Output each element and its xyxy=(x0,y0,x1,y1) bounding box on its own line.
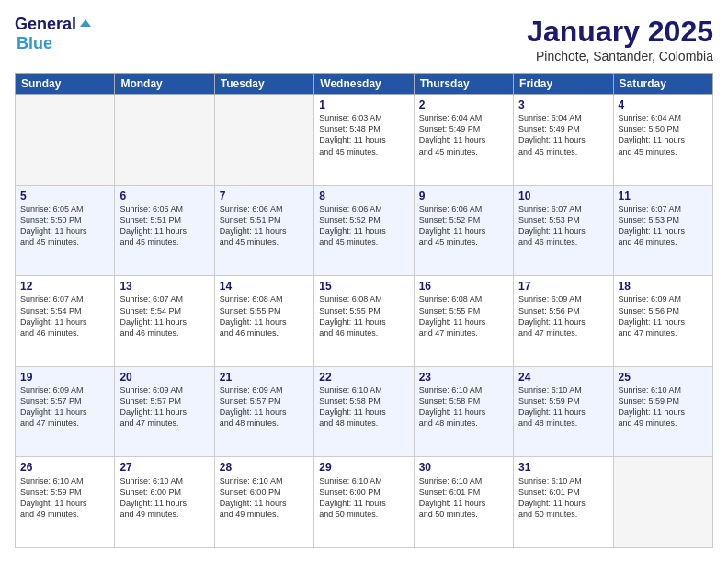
day-info: Sunrise: 6:10 AMSunset: 6:01 PMDaylight:… xyxy=(518,476,608,521)
day-info: Sunrise: 6:09 AMSunset: 5:56 PMDaylight:… xyxy=(518,293,608,339)
day-number: 13 xyxy=(119,279,209,293)
days-header-row: Sunday Monday Tuesday Wednesday Thursday… xyxy=(16,74,713,95)
day-cell: 18Sunrise: 6:09 AMSunset: 5:56 PMDayligh… xyxy=(613,276,712,367)
week-row-3: 12Sunrise: 6:07 AMSunset: 5:54 PMDayligh… xyxy=(16,276,713,367)
day-cell: 11Sunrise: 6:07 AMSunset: 5:53 PMDayligh… xyxy=(613,185,712,276)
day-number: 23 xyxy=(419,370,508,385)
day-cell: 5Sunrise: 6:05 AMSunset: 5:50 PMDaylight… xyxy=(16,185,115,276)
day-cell: 31Sunrise: 6:10 AMSunset: 6:01 PMDayligh… xyxy=(514,457,613,548)
day-info: Sunrise: 6:08 AMSunset: 5:55 PMDaylight:… xyxy=(319,293,408,339)
location: Pinchote, Santander, Colombia xyxy=(527,49,713,63)
week-row-4: 19Sunrise: 6:09 AMSunset: 5:57 PMDayligh… xyxy=(16,366,713,457)
header-saturday: Saturday xyxy=(613,74,712,95)
day-info: Sunrise: 6:09 AMSunset: 5:57 PMDaylight:… xyxy=(220,385,309,430)
day-cell: 3Sunrise: 6:04 AMSunset: 5:49 PMDaylight… xyxy=(514,95,613,186)
day-number: 24 xyxy=(518,370,608,385)
month-title: January 2025 xyxy=(527,15,713,49)
day-number: 25 xyxy=(619,370,708,385)
day-number: 11 xyxy=(619,189,708,203)
day-cell: 13Sunrise: 6:07 AMSunset: 5:54 PMDayligh… xyxy=(115,276,214,367)
day-cell: 15Sunrise: 6:08 AMSunset: 5:55 PMDayligh… xyxy=(314,276,414,367)
day-cell xyxy=(214,95,313,186)
day-cell: 2Sunrise: 6:04 AMSunset: 5:49 PMDaylight… xyxy=(414,95,513,186)
day-cell: 17Sunrise: 6:09 AMSunset: 5:56 PMDayligh… xyxy=(514,276,613,367)
day-info: Sunrise: 6:05 AMSunset: 5:51 PMDaylight:… xyxy=(119,203,209,248)
logo-general: General xyxy=(15,15,76,34)
day-info: Sunrise: 6:06 AMSunset: 5:52 PMDaylight:… xyxy=(419,203,508,248)
day-cell: 24Sunrise: 6:10 AMSunset: 5:59 PMDayligh… xyxy=(514,366,613,457)
day-number: 5 xyxy=(20,189,109,203)
day-cell: 6Sunrise: 6:05 AMSunset: 5:51 PMDaylight… xyxy=(115,185,214,276)
day-info: Sunrise: 6:10 AMSunset: 6:00 PMDaylight:… xyxy=(119,476,209,521)
day-number: 12 xyxy=(20,279,109,293)
day-number: 28 xyxy=(220,460,309,475)
day-cell xyxy=(16,95,115,186)
day-info: Sunrise: 6:10 AMSunset: 5:59 PMDaylight:… xyxy=(518,385,608,430)
day-info: Sunrise: 6:10 AMSunset: 6:00 PMDaylight:… xyxy=(319,476,408,521)
day-cell xyxy=(613,457,712,548)
day-info: Sunrise: 6:06 AMSunset: 5:52 PMDaylight:… xyxy=(319,203,408,248)
day-number: 16 xyxy=(419,279,508,293)
day-cell: 22Sunrise: 6:10 AMSunset: 5:58 PMDayligh… xyxy=(314,366,414,457)
day-number: 27 xyxy=(119,460,209,475)
day-cell: 4Sunrise: 6:04 AMSunset: 5:50 PMDaylight… xyxy=(613,95,712,186)
day-info: Sunrise: 6:04 AMSunset: 5:49 PMDaylight:… xyxy=(419,112,508,157)
day-number: 20 xyxy=(119,370,209,385)
day-cell: 19Sunrise: 6:09 AMSunset: 5:57 PMDayligh… xyxy=(16,366,115,457)
day-cell: 1Sunrise: 6:03 AMSunset: 5:48 PMDaylight… xyxy=(314,95,414,186)
day-cell: 10Sunrise: 6:07 AMSunset: 5:53 PMDayligh… xyxy=(514,185,613,276)
day-cell: 8Sunrise: 6:06 AMSunset: 5:52 PMDaylight… xyxy=(314,185,414,276)
day-info: Sunrise: 6:10 AMSunset: 5:58 PMDaylight:… xyxy=(419,385,508,430)
day-cell: 30Sunrise: 6:10 AMSunset: 6:01 PMDayligh… xyxy=(414,457,513,548)
day-number: 30 xyxy=(419,460,508,475)
logo-blue: Blue xyxy=(17,34,52,53)
day-info: Sunrise: 6:10 AMSunset: 5:58 PMDaylight:… xyxy=(319,385,408,430)
day-info: Sunrise: 6:07 AMSunset: 5:54 PMDaylight:… xyxy=(119,293,209,339)
logo: General Blue xyxy=(15,15,93,53)
week-row-1: 1Sunrise: 6:03 AMSunset: 5:48 PMDaylight… xyxy=(16,95,713,186)
day-number: 9 xyxy=(419,189,508,203)
day-info: Sunrise: 6:04 AMSunset: 5:50 PMDaylight:… xyxy=(619,112,708,157)
title-section: January 2025 Pinchote, Santander, Colomb… xyxy=(527,15,713,63)
header-sunday: Sunday xyxy=(16,74,115,95)
day-number: 2 xyxy=(419,98,508,112)
day-info: Sunrise: 6:03 AMSunset: 5:48 PMDaylight:… xyxy=(319,112,408,157)
day-cell: 29Sunrise: 6:10 AMSunset: 6:00 PMDayligh… xyxy=(314,457,414,548)
day-cell: 25Sunrise: 6:10 AMSunset: 5:59 PMDayligh… xyxy=(613,366,712,457)
day-number: 19 xyxy=(20,370,109,385)
day-number: 17 xyxy=(518,279,608,293)
day-info: Sunrise: 6:10 AMSunset: 6:00 PMDaylight:… xyxy=(220,476,309,521)
day-info: Sunrise: 6:04 AMSunset: 5:49 PMDaylight:… xyxy=(518,112,608,157)
day-number: 10 xyxy=(518,189,608,203)
day-info: Sunrise: 6:08 AMSunset: 5:55 PMDaylight:… xyxy=(220,293,309,339)
day-info: Sunrise: 6:07 AMSunset: 5:53 PMDaylight:… xyxy=(619,203,708,248)
day-number: 22 xyxy=(319,370,408,385)
day-number: 29 xyxy=(319,460,408,475)
page: General Blue January 2025 Pinchote, Sant… xyxy=(0,0,728,563)
day-number: 7 xyxy=(220,189,309,203)
day-info: Sunrise: 6:10 AMSunset: 6:01 PMDaylight:… xyxy=(419,476,508,521)
header-wednesday: Wednesday xyxy=(314,74,414,95)
day-number: 4 xyxy=(619,98,708,112)
day-number: 8 xyxy=(319,189,408,203)
header-thursday: Thursday xyxy=(414,74,513,95)
day-cell: 9Sunrise: 6:06 AMSunset: 5:52 PMDaylight… xyxy=(414,185,513,276)
day-cell: 16Sunrise: 6:08 AMSunset: 5:55 PMDayligh… xyxy=(414,276,513,367)
day-number: 1 xyxy=(319,98,408,112)
day-cell: 12Sunrise: 6:07 AMSunset: 5:54 PMDayligh… xyxy=(16,276,115,367)
day-number: 26 xyxy=(20,460,109,475)
day-cell: 26Sunrise: 6:10 AMSunset: 5:59 PMDayligh… xyxy=(16,457,115,548)
day-info: Sunrise: 6:08 AMSunset: 5:55 PMDaylight:… xyxy=(419,293,508,339)
day-cell xyxy=(115,95,214,186)
day-cell: 21Sunrise: 6:09 AMSunset: 5:57 PMDayligh… xyxy=(214,366,313,457)
day-info: Sunrise: 6:09 AMSunset: 5:57 PMDaylight:… xyxy=(119,385,209,430)
svg-marker-0 xyxy=(80,19,91,27)
day-cell: 27Sunrise: 6:10 AMSunset: 6:00 PMDayligh… xyxy=(115,457,214,548)
day-cell: 7Sunrise: 6:06 AMSunset: 5:51 PMDaylight… xyxy=(214,185,313,276)
header-monday: Monday xyxy=(115,74,214,95)
day-info: Sunrise: 6:07 AMSunset: 5:53 PMDaylight:… xyxy=(518,203,608,248)
day-number: 6 xyxy=(119,189,209,203)
day-number: 15 xyxy=(319,279,408,293)
day-info: Sunrise: 6:10 AMSunset: 5:59 PMDaylight:… xyxy=(619,385,708,430)
day-number: 18 xyxy=(619,279,708,293)
